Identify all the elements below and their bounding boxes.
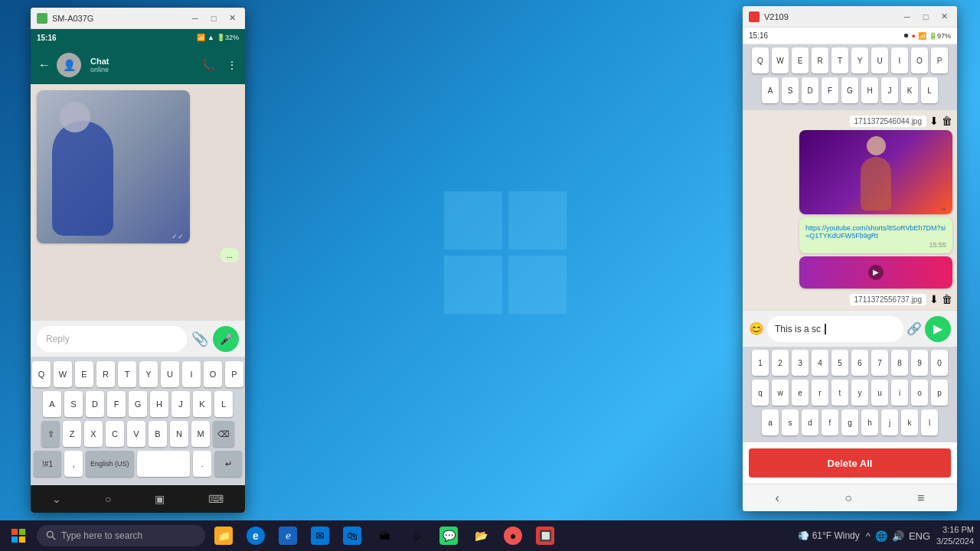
phone-nav-recents[interactable]: ▣ (155, 493, 165, 505)
kb-key-v[interactable]: V (127, 421, 145, 447)
v2109-kb-r[interactable]: R (812, 47, 828, 73)
kb-key-q[interactable]: Q (32, 361, 51, 387)
taskbar-app-photos[interactable]: 🏔 (369, 520, 400, 551)
v2109-file2-download-icon[interactable]: ⬇ (929, 293, 939, 305)
v2109-kb-4[interactable]: 4 (812, 350, 828, 376)
v2109-delete-btn[interactable]: Delete All (749, 448, 951, 478)
taskbar-arrow-icon[interactable]: ^ (866, 530, 871, 542)
taskbar-app-store[interactable]: 🛍 (337, 520, 368, 551)
v2109-kb-o[interactable]: O (911, 47, 928, 73)
phone-nav-home[interactable]: ○ (105, 493, 111, 505)
v2109-kb-j[interactable]: J (881, 77, 898, 103)
kb-key-c[interactable]: C (106, 421, 124, 447)
kb-key-g[interactable]: G (129, 391, 147, 417)
v2109-kb-lq[interactable]: q (752, 380, 769, 406)
taskbar-app-ie[interactable]: ℯ (273, 520, 303, 551)
phone-maximize-btn[interactable]: □ (207, 11, 220, 25)
kb-key-t[interactable]: T (118, 361, 136, 387)
v2109-input-field[interactable]: This is a sc (767, 316, 903, 342)
kb-key-r[interactable]: R (96, 361, 115, 387)
v2109-minimize-btn[interactable]: ─ (900, 10, 914, 24)
phone-nav-down[interactable]: ⌄ (52, 493, 61, 505)
kb-key-l[interactable]: L (214, 391, 233, 417)
kb-key-m[interactable]: M (191, 421, 210, 447)
v2109-emoji-btn[interactable]: 😊 (749, 321, 764, 336)
v2109-kb-la[interactable]: a (762, 409, 779, 435)
v2109-kb-h[interactable]: H (861, 77, 878, 103)
v2109-kb-3[interactable]: 3 (792, 350, 808, 376)
v2109-nav-home[interactable]: ○ (844, 491, 852, 505)
v2109-send-btn[interactable]: ▶ (925, 316, 951, 342)
taskbar-app-explorer2[interactable]: 📂 (466, 520, 496, 551)
kb-key-n[interactable]: N (170, 421, 188, 447)
v2109-close-btn[interactable]: ✕ (937, 10, 951, 24)
v2109-kb-ly[interactable]: y (851, 380, 868, 406)
taskbar-app-red[interactable]: 🔲 (530, 520, 560, 551)
v2109-kb-li[interactable]: i (891, 380, 908, 406)
v2109-play-icon[interactable]: ▶ (868, 265, 884, 280)
taskbar-app-whatsapp[interactable]: 💬 (433, 520, 464, 551)
v2109-file1-delete-icon[interactable]: 🗑 (942, 115, 952, 127)
v2109-kb-lt[interactable]: t (831, 380, 848, 406)
v2109-kb-6[interactable]: 6 (851, 350, 868, 376)
v2109-kb-q[interactable]: Q (752, 47, 769, 73)
kb-key-i[interactable]: I (182, 361, 201, 387)
kb-shift-key[interactable]: ⇧ (41, 421, 60, 447)
v2109-kb-0[interactable]: 0 (931, 350, 948, 376)
v2109-kb-lk[interactable]: k (901, 409, 918, 435)
kb-key-y[interactable]: Y (139, 361, 158, 387)
kb-num-key[interactable]: !#1 (34, 451, 61, 477)
kb-key-a[interactable]: A (43, 391, 61, 417)
kb-key-f[interactable]: F (107, 391, 126, 417)
phone-wa-back-icon[interactable]: ← (38, 58, 51, 72)
v2109-kb-2[interactable]: 2 (772, 350, 789, 376)
v2109-kb-s[interactable]: S (782, 77, 799, 103)
kb-key-s[interactable]: S (64, 391, 83, 417)
v2109-kb-lh[interactable]: h (861, 409, 878, 435)
v2109-kb-p[interactable]: P (931, 47, 948, 73)
phone-attach-icon[interactable]: 📎 (191, 331, 208, 347)
v2109-kb-t[interactable]: T (831, 47, 848, 73)
v2109-kb-i[interactable]: I (891, 47, 908, 73)
taskbar-weather[interactable]: 💨 61°F Windy (798, 530, 860, 541)
kb-key-b[interactable]: B (149, 421, 167, 447)
v2109-kb-9[interactable]: 9 (911, 350, 928, 376)
taskbar-app-mail[interactable]: ✉ (305, 520, 335, 551)
kb-lang-key[interactable]: English (US) (86, 451, 134, 477)
start-button[interactable] (0, 520, 37, 551)
kb-key-o[interactable]: O (204, 361, 222, 387)
v2109-kb-1[interactable]: 1 (752, 350, 769, 376)
phone-menu-icon[interactable]: ⋮ (227, 59, 237, 71)
v2109-kb-lr[interactable]: r (812, 380, 828, 406)
v2109-kb-d[interactable]: D (802, 77, 818, 103)
kb-key-u[interactable]: U (161, 361, 179, 387)
kb-key-h[interactable]: H (150, 391, 168, 417)
kb-key-w[interactable]: W (54, 361, 72, 387)
phone-send-btn[interactable]: 🎤 (213, 326, 239, 352)
v2109-kb-8[interactable]: 8 (891, 350, 908, 376)
phone-close-btn[interactable]: ✕ (225, 11, 239, 25)
kb-key-j[interactable]: J (172, 391, 190, 417)
v2109-file2-delete-icon[interactable]: 🗑 (942, 293, 952, 305)
v2109-attach-icon[interactable]: 🔗 (906, 321, 922, 336)
kb-enter-key[interactable]: ↵ (214, 451, 242, 477)
kb-key-x[interactable]: X (84, 421, 103, 447)
v2109-scroll-icon[interactable]: ⌄ (940, 202, 948, 213)
kb-space-key[interactable] (137, 451, 190, 477)
v2109-kb-lp[interactable]: p (931, 380, 948, 406)
phone-input-field[interactable]: Reply (37, 326, 187, 352)
v2109-kb-ld[interactable]: d (802, 409, 818, 435)
v2109-nav-back[interactable]: ‹ (776, 491, 779, 505)
taskbar-network-icon[interactable]: 🌐 (875, 530, 887, 542)
v2109-kb-lj[interactable]: j (881, 409, 898, 435)
v2109-kb-7[interactable]: 7 (871, 350, 888, 376)
taskbar-search[interactable]: Type here to search (37, 525, 205, 546)
phone-call-icon[interactable]: 📞 (201, 59, 214, 71)
v2109-kb-lu[interactable]: u (871, 380, 888, 406)
v2109-kb-a[interactable]: A (762, 77, 779, 103)
v2109-kb-lo[interactable]: o (911, 380, 928, 406)
phone-minimize-btn[interactable]: ─ (188, 11, 202, 25)
v2109-kb-le[interactable]: e (792, 380, 808, 406)
taskbar-app-edge[interactable]: e (240, 520, 271, 551)
v2109-kb-g[interactable]: G (841, 77, 858, 103)
